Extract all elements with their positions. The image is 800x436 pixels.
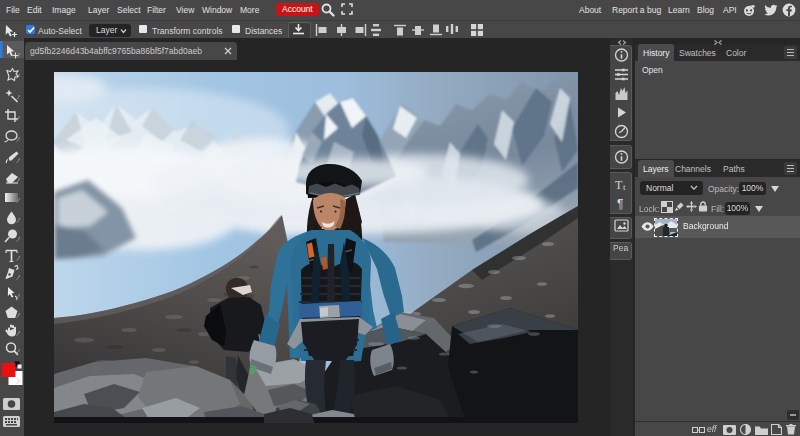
svg-text:¶: ¶ (617, 197, 623, 211)
svg-text:T: T (615, 178, 623, 192)
svg-text:t: t (623, 182, 626, 192)
